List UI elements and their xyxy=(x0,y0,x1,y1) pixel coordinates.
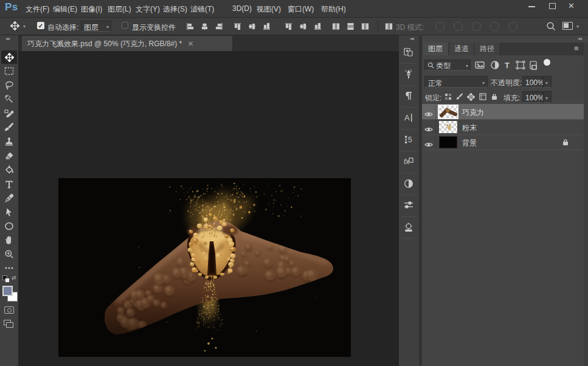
svg-text:5: 5 xyxy=(408,136,412,144)
svg-text:A: A xyxy=(404,113,410,122)
svg-text:T: T xyxy=(505,61,510,70)
